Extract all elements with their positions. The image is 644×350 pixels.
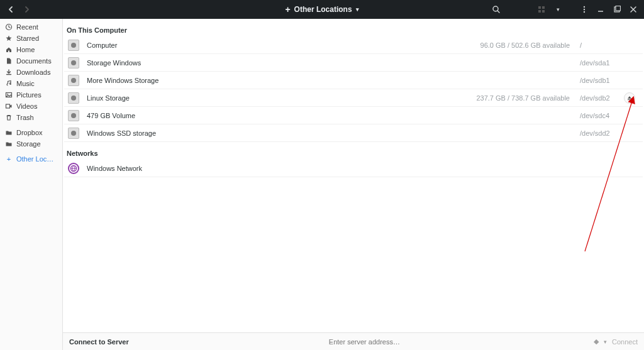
home-icon: [5, 46, 13, 53]
network-icon: [68, 163, 79, 174]
eject-button[interactable]: [624, 92, 635, 104]
drive-size: 96.0 GB / 502.6 GB available: [480, 41, 570, 49]
svg-rect-13: [6, 104, 10, 108]
server-history-dropdown[interactable]: ▾: [604, 339, 607, 345]
network-row[interactable]: Windows Network: [64, 160, 643, 177]
sidebar-item-downloads[interactable]: Downloads: [0, 67, 62, 78]
svg-point-7: [584, 11, 585, 13]
sidebar-item-pictures[interactable]: Pictures: [0, 89, 62, 101]
drive-row[interactable]: Windows SSD storage/dev/sdd2: [64, 124, 643, 142]
sidebar-item-documents[interactable]: Documents: [0, 55, 62, 67]
content-area: On This Computer Computer96.0 GB / 502.6…: [63, 19, 644, 350]
sidebar-item-home[interactable]: Home: [0, 44, 62, 55]
document-icon: [5, 57, 13, 65]
folder-icon: [5, 140, 13, 148]
svg-rect-2: [542, 6, 545, 9]
harddisk-icon: [68, 92, 79, 104]
drive-mount: /dev/sda1: [580, 59, 620, 67]
sidebar-item-label: Home: [16, 46, 57, 53]
grid-view-button[interactable]: [535, 3, 548, 16]
sidebar: RecentStarredHomeDocumentsDownloadsMusic…: [0, 19, 63, 350]
sidebar-item-label: Storage: [16, 140, 57, 148]
drive-name: More Windows Storage: [87, 77, 158, 84]
drive-mount: /dev/sdc4: [580, 112, 620, 119]
picture-icon: [5, 91, 13, 99]
header-title: Other Locations: [294, 5, 352, 14]
harddisk-icon: [68, 110, 79, 121]
sidebar-item-music[interactable]: Music: [0, 78, 62, 89]
section-header-networks: Networks: [64, 142, 643, 160]
chevron-down-icon: ▾: [356, 6, 359, 13]
drive-name: Linux Storage: [87, 94, 130, 102]
connect-to-server-label: Connect to Server: [63, 338, 135, 346]
server-history-icon[interactable]: ◆: [594, 337, 599, 346]
drive-name: Windows SSD storage: [87, 129, 156, 137]
sidebar-item-videos[interactable]: Videos: [0, 101, 62, 112]
drive-mount: /dev/sdb1: [580, 77, 620, 84]
harddisk-icon: [68, 57, 79, 68]
connect-to-server-bar: Connect to Server ◆ ▾ Connect: [63, 332, 644, 350]
svg-rect-3: [538, 10, 541, 13]
search-button[interactable]: [488, 3, 504, 16]
sidebar-item-label: Downloads: [16, 68, 57, 76]
header-bar: + Other Locations ▾ ▾: [0, 0, 644, 19]
harddisk-icon: [68, 75, 79, 86]
sidebar-item-label: Documents: [16, 57, 57, 65]
server-address-input[interactable]: [257, 338, 471, 346]
connect-button: Connect: [612, 338, 638, 346]
star-icon: [5, 35, 13, 42]
drive-row[interactable]: Storage Windows/dev/sda1: [64, 54, 643, 72]
drive-row[interactable]: More Windows Storage/dev/sdb1: [64, 72, 643, 89]
drive-row[interactable]: Computer96.0 GB / 502.6 GB available/: [64, 36, 643, 54]
sidebar-item-label: Recent: [16, 23, 57, 31]
drive-name: 479 GB Volume: [87, 112, 135, 119]
drive-mount: /: [580, 41, 620, 49]
sidebar-item-other-locations[interactable]: + Other Locations: [0, 153, 62, 165]
sidebar-item-label: Pictures: [16, 91, 57, 99]
clock-icon: [5, 23, 13, 31]
back-button[interactable]: [4, 3, 18, 16]
svg-rect-14: [628, 99, 631, 100]
drive-name: Computer: [87, 41, 117, 49]
plus-icon: +: [5, 155, 13, 163]
drive-size: 237.7 GB / 738.7 GB available: [476, 94, 570, 102]
network-name: Windows Network: [87, 165, 142, 172]
sidebar-item-storage[interactable]: Storage: [0, 138, 62, 150]
drive-row[interactable]: Linux Storage237.7 GB / 738.7 GB availab…: [64, 89, 643, 107]
forward-button: [20, 3, 34, 16]
drive-name: Storage Windows: [87, 59, 141, 67]
plus-icon: +: [285, 4, 290, 14]
maximize-button[interactable]: [610, 3, 624, 16]
video-icon: [5, 102, 13, 110]
download-icon: [5, 68, 13, 76]
harddisk-icon: [68, 128, 79, 139]
music-icon: [5, 80, 13, 87]
svg-point-5: [584, 6, 585, 8]
sidebar-item-label: Videos: [16, 102, 57, 110]
svg-point-12: [7, 94, 8, 95]
sidebar-item-label: Dropbox: [16, 129, 57, 136]
sidebar-item-label: Other Locations: [16, 155, 57, 163]
trash-icon: [5, 114, 13, 121]
harddisk-icon: [68, 40, 79, 51]
sidebar-item-dropbox[interactable]: Dropbox: [0, 127, 62, 138]
sidebar-item-label: Music: [16, 80, 57, 87]
drive-mount: /dev/sdb2: [580, 94, 620, 102]
header-title-area[interactable]: + Other Locations ▾: [285, 4, 358, 14]
view-dropdown-button[interactable]: ▾: [551, 3, 565, 16]
drive-mount: /dev/sdd2: [580, 129, 620, 137]
drive-row[interactable]: 479 GB Volume/dev/sdc4: [64, 107, 643, 124]
section-header-computer: On This Computer: [64, 19, 643, 36]
sidebar-item-label: Trash: [16, 114, 57, 121]
sidebar-item-label: Starred: [16, 35, 57, 42]
svg-point-6: [584, 9, 585, 10]
svg-rect-4: [542, 10, 545, 13]
sidebar-item-starred[interactable]: Starred: [0, 33, 62, 44]
svg-rect-1: [538, 6, 541, 9]
svg-rect-9: [616, 6, 621, 11]
sidebar-item-recent[interactable]: Recent: [0, 21, 62, 33]
menu-button[interactable]: [577, 3, 591, 16]
close-button[interactable]: [626, 3, 640, 16]
minimize-button[interactable]: [594, 3, 608, 16]
sidebar-item-trash[interactable]: Trash: [0, 112, 62, 123]
